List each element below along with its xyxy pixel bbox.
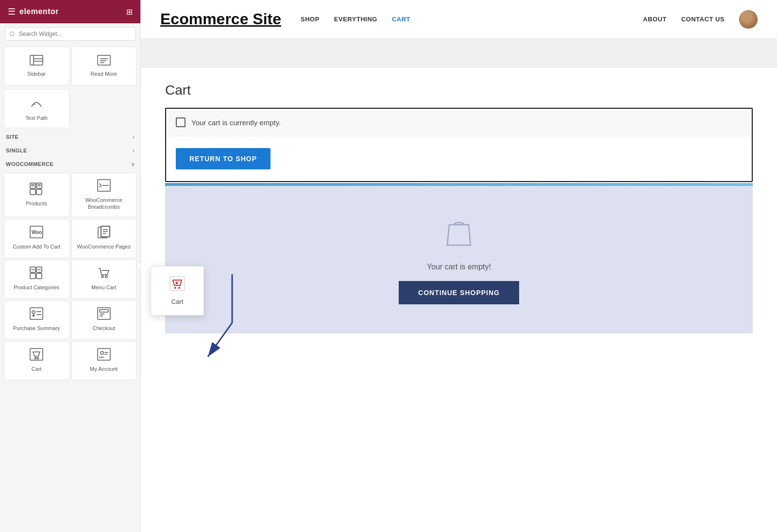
hamburger-icon[interactable]: ☰ — [8, 6, 16, 17]
svg-point-46 — [37, 358, 39, 359]
svg-text:Woo: Woo — [32, 230, 42, 235]
nav-cart[interactable]: CART — [392, 16, 410, 23]
svg-point-33 — [101, 276, 103, 278]
avatar[interactable] — [739, 10, 758, 29]
widget-label-purchase-summary: Purchase Summary — [13, 325, 60, 332]
widget-item-custom-add-to-cart[interactable]: Woo Custom Add To Cart — [4, 219, 69, 258]
widget-item-menu-cart[interactable]: Menu Cart — [71, 260, 137, 299]
empty-cart-text: Your cart is currently empty. — [191, 118, 281, 127]
widget-label-woo-pages: WooCommerce Pages — [77, 243, 131, 250]
sidebar-header-left: ☰ elementor — [8, 6, 59, 17]
nav-contact-us[interactable]: CONTACT US — [681, 16, 725, 23]
woo-widget-grid: Products WooCommerce Breadcrumbs — [0, 171, 140, 382]
site-title[interactable]: Ecommerce Site — [160, 10, 281, 28]
purchase-summary-icon — [30, 307, 43, 322]
grid-icon[interactable]: ⊞ — [126, 7, 133, 17]
svg-rect-12 — [36, 189, 42, 195]
page-title: Cart — [165, 83, 753, 98]
menu-cart-icon — [97, 266, 111, 281]
page-content: Cart Your cart is currently empty. RETUR… — [141, 39, 777, 532]
section-single-label: SINGLE — [6, 148, 27, 153]
text-path-grid: A Text Path — [0, 87, 140, 130]
svg-point-36 — [32, 311, 35, 314]
site-nav: SHOP EVERYTHING CART — [301, 16, 643, 23]
widget-label-text-path: Text Path — [25, 115, 48, 121]
svg-rect-41 — [100, 310, 108, 312]
search-input[interactable] — [5, 27, 135, 41]
nav-shop[interactable]: SHOP — [301, 16, 320, 23]
widget-item-woo-breadcrumbs[interactable]: WooCommerce Breadcrumbs — [71, 173, 137, 217]
cart-tooltip-label: Cart — [171, 298, 184, 305]
widget-item-read-more[interactable]: Read More — [71, 47, 137, 85]
widget-label-read-more: Read More — [91, 70, 117, 77]
cart-page: Cart Your cart is currently empty. RETUR… — [141, 68, 777, 333]
widget-label-my-account: My Account — [90, 366, 118, 372]
svg-rect-47 — [98, 349, 110, 360]
return-to-shop-button[interactable]: RETURN TO SHOP — [176, 148, 270, 169]
svg-point-39 — [33, 315, 34, 316]
nav-about[interactable]: ABOUT — [643, 16, 667, 23]
empty-section-text: Your cart is empty! — [427, 263, 491, 271]
svg-rect-30 — [36, 273, 42, 279]
top-band — [141, 39, 777, 68]
widget-item-purchase-summary[interactable]: Purchase Summary — [4, 300, 69, 339]
widget-label-products: Products — [26, 200, 47, 207]
avatar-image — [739, 10, 758, 29]
top-widget-grid: Sidebar Read More — [0, 45, 140, 87]
svg-text:A: A — [33, 102, 35, 106]
svg-point-48 — [101, 351, 103, 354]
widget-label-custom-add-to-cart: Custom Add To Cart — [13, 243, 60, 250]
sidebar-logo: elementor — [19, 7, 59, 16]
widget-item-woo-pages[interactable]: WooCommerce Pages — [71, 219, 137, 258]
svg-rect-11 — [30, 189, 35, 195]
nav-right: ABOUT CONTACT US — [643, 10, 758, 29]
my-account-icon — [97, 348, 111, 363]
sidebar: ☰ elementor ⊞ Sidebar — [0, 0, 141, 532]
sidebar-widget-icon — [30, 55, 43, 67]
widget-label-sidebar: Sidebar — [27, 70, 46, 77]
section-site-chevron: › — [133, 134, 135, 140]
widget-item-product-categories[interactable]: Product Categories — [4, 260, 69, 299]
woo-breadcrumbs-icon — [97, 179, 111, 194]
nav-everything[interactable]: EVERYTHING — [334, 16, 377, 23]
cart-tooltip-icon — [169, 276, 185, 294]
widget-item-sidebar[interactable]: Sidebar — [4, 47, 69, 85]
section-site-label: SITE — [6, 134, 18, 140]
section-single-chevron: › — [133, 148, 135, 153]
section-woocommerce[interactable]: WOOCOMMERCE ∨ — [0, 157, 140, 171]
cart-checkbox-icon — [176, 117, 186, 127]
section-woo-label: WOOCOMMERCE — [6, 161, 53, 167]
page-area: Cart Your cart is currently empty. RETUR… — [141, 39, 777, 532]
widget-item-cart[interactable]: Cart — [4, 341, 69, 380]
sidebar-content: Sidebar Read More — [0, 45, 140, 532]
svg-point-54 — [178, 287, 180, 289]
svg-point-53 — [174, 287, 176, 289]
widget-label-cart: Cart — [32, 366, 42, 372]
section-site[interactable]: SITE › — [0, 130, 140, 144]
svg-rect-4 — [98, 55, 110, 65]
widget-item-products[interactable]: Products — [4, 173, 69, 217]
svg-rect-0 — [30, 55, 43, 65]
widget-item-checkout[interactable]: Checkout — [71, 300, 137, 339]
woo-pages-icon — [97, 226, 111, 240]
continue-shopping-button[interactable]: CONTINUE SHOPPING — [399, 281, 519, 304]
site-header: Ecommerce Site SHOP EVERYTHING CART ABOU… — [141, 0, 777, 39]
cart-return-section: RETURN TO SHOP — [166, 136, 752, 181]
empty-grid-cell — [71, 89, 137, 128]
svg-rect-35 — [30, 308, 43, 319]
widget-item-my-account[interactable]: My Account — [71, 341, 137, 380]
widget-label-menu-cart: Menu Cart — [91, 284, 116, 291]
custom-add-to-cart-icon: Woo — [30, 226, 43, 240]
widget-label-woo-breadcrumbs: WooCommerce Breadcrumbs — [76, 197, 133, 211]
product-categories-icon — [30, 266, 43, 281]
section-single[interactable]: SINGLE › — [0, 144, 140, 157]
svg-point-34 — [105, 276, 107, 278]
text-path-widget-icon: A — [30, 96, 43, 112]
products-icon — [30, 183, 43, 197]
section-woo-chevron: ∨ — [131, 162, 135, 167]
svg-rect-29 — [30, 273, 35, 279]
widget-item-text-path[interactable]: A Text Path — [4, 89, 69, 128]
empty-section: Your cart is empty! CONTINUE SHOPPING — [165, 186, 753, 333]
shopping-bag-icon — [444, 215, 473, 253]
cart-widget-tooltip: Cart — [151, 266, 204, 316]
